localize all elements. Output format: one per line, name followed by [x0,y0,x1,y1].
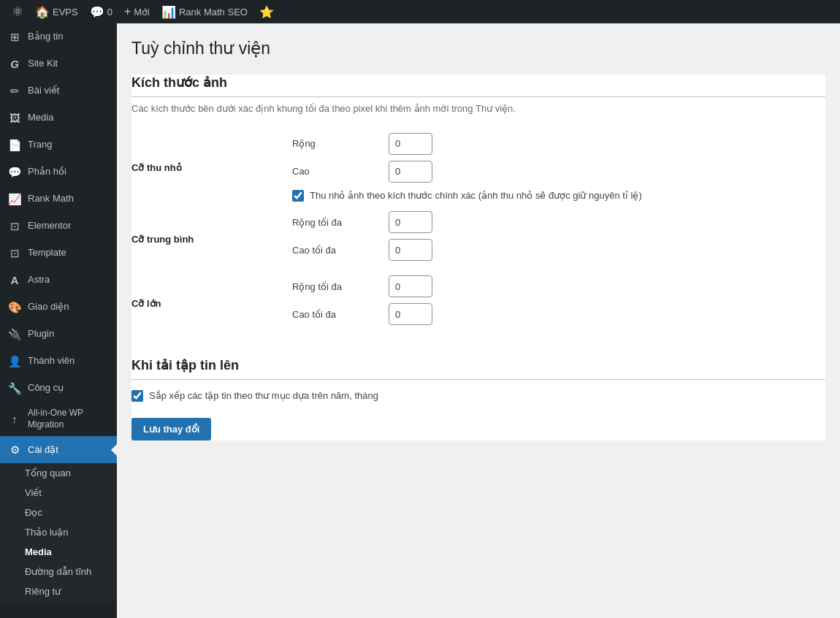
thumbnail-label: Cỡ thu nhỏ [131,129,292,207]
sidebar-item-users[interactable]: 👤 Thành viên [0,348,117,375]
medium-content: Rộng tối đa Cao tối đa [292,207,825,271]
submenu-media[interactable]: Media [0,542,117,562]
submenu-discussion[interactable]: Thảo luận [0,522,117,542]
admin-bar-new[interactable]: + Mới [118,0,156,23]
thumbnail-checkbox-row: Thu nhỏ ảnh theo kích thước chính xác (ả… [292,188,825,203]
large-width-label: Rộng tối đa [292,281,380,292]
large-height-label: Cao tối đa [292,309,380,320]
rankmath-icon: 📈 [7,191,22,207]
tools-icon: 🔧 [7,381,22,396]
submenu-reading[interactable]: Đọc [0,503,117,522]
large-row: Cỡ lớn Rộng tối đa Cao tối đa [131,271,825,335]
elementor-icon: ⊡ [7,218,22,234]
page-title: Tuỳ chỉnh thư viện [131,38,825,60]
save-area: Lưu thay đổi [131,418,825,440]
medium-height-input[interactable] [389,239,432,261]
appearance-icon: 🎨 [7,300,22,315]
medium-height-row: Cao tối đa [292,239,825,261]
medium-label: Cỡ trung bình [131,207,292,271]
settings-icon: ⚙ [7,442,22,457]
settings-submenu: Tổng quan Viết Đọc Thảo luận Media Đường… [0,463,117,601]
upload-section: Khi tải tập tin lên Sắp xếp các tập tin … [131,357,825,403]
medium-width-row: Rộng tối đa [292,211,825,233]
wp-logo-icon[interactable]: ⚛ [6,4,29,20]
large-width-input[interactable] [389,275,432,297]
large-width-row: Rộng tối đa [292,275,825,297]
image-size-section: Kích thước ảnh Các kích thước bên dưới x… [131,75,825,440]
sidebar-item-elementor[interactable]: ⊡ Elementor [0,213,117,240]
medium-row: Cỡ trung bình Rộng tối đa Cao tối đa [131,207,825,271]
comments-icon: 💬 [7,164,22,180]
sidebar-item-posts[interactable]: ✏ Bài viết [0,77,117,104]
medium-width-input[interactable] [389,211,432,233]
sidebar-item-template[interactable]: ⊡ Template [0,240,117,267]
upload-checkbox-row: Sắp xếp các tập tin theo thư mục dựa trê… [131,389,825,403]
large-height-input[interactable] [389,303,432,325]
submenu-permalinks[interactable]: Đường dẫn tĩnh [0,562,117,581]
submenu-writing[interactable]: Viết [0,483,117,503]
pages-icon: 📄 [7,137,22,153]
image-size-table: Cỡ thu nhỏ Rộng Cao Thu nhỏ ảnh theo kíc… [131,129,825,336]
sitekit-icon: G [7,56,22,72]
admin-bar-comments[interactable]: 💬 0 [84,0,118,23]
submenu-privacy[interactable]: Riêng tư [0,581,117,601]
users-icon: 👤 [7,354,22,369]
thumbnail-row: Cỡ thu nhỏ Rộng Cao Thu nhỏ ảnh theo kíc… [131,129,825,207]
admin-bar-home[interactable]: 🏠 EVPS [29,0,84,23]
star-icon: ⭐ [259,5,274,19]
sidebar-item-sitekit[interactable]: G Site Kit [0,50,117,77]
image-size-desc: Các kích thước bên dưới xác định khung t… [131,103,825,114]
upload-organize-label: Sắp xếp các tập tin theo thư mục dựa trê… [149,389,378,403]
sidebar-item-astra[interactable]: A Astra [0,267,117,294]
save-button[interactable]: Lưu thay đổi [131,418,211,440]
thumbnail-height-label: Cao [292,166,380,177]
main-content: Tuỳ chỉnh thư viện Kích thước ảnh Các kí… [117,23,840,618]
plugins-icon: 🔌 [7,327,22,342]
plus-icon: + [124,5,131,18]
sidebar-item-appearance[interactable]: 🎨 Giao diện [0,294,117,321]
upload-section-title: Khi tải tập tin lên [131,357,825,380]
template-icon: ⊡ [7,245,22,261]
thumbnail-crop-checkbox[interactable] [292,190,304,202]
thumbnail-crop-label: Thu nhỏ ảnh theo kích thước chính xác (ả… [310,188,642,203]
sidebar-item-rankmath[interactable]: 📈 Rank Math [0,186,117,213]
allinone-icon: ↑ [7,411,22,427]
sidebar-item-plugins[interactable]: 🔌 Plugin [0,321,117,348]
sidebar-item-media[interactable]: 🖼 Media [0,104,117,131]
dashboard-icon: ⊞ [7,29,22,45]
thumbnail-width-row: Rộng [292,133,825,155]
sidebar-item-settings[interactable]: ⚙ Cài đặt [0,436,117,463]
admin-bar-rankmath[interactable]: 📊 Rank Math SEO [156,0,253,23]
large-content: Rộng tối đa Cao tối đa [292,271,825,335]
submenu-general[interactable]: Tổng quan [0,463,117,483]
thumbnail-content: Rộng Cao Thu nhỏ ảnh theo kích thước chí… [292,129,825,207]
admin-bar-star[interactable]: ⭐ [253,0,280,23]
medium-height-label: Cao tối đa [292,245,380,256]
thumbnail-width-input[interactable] [389,133,432,155]
astra-icon: A [7,272,22,288]
sidebar-item-tools[interactable]: 🔧 Công cụ [0,375,117,402]
sidebar-item-comments[interactable]: 💬 Phản hồi [0,159,117,186]
medium-width-label: Rộng tối đa [292,217,380,228]
rankmath-bar-icon: 📊 [161,5,176,19]
upload-organize-checkbox[interactable] [131,390,143,402]
media-icon: 🖼 [7,110,22,126]
sidebar-item-dashboard[interactable]: ⊞ Bảng tin [0,23,117,50]
thumbnail-height-row: Cao [292,161,825,183]
large-label: Cỡ lớn [131,271,292,335]
sidebar-item-pages[interactable]: 📄 Trang [0,131,117,159]
comment-icon: 💬 [90,5,104,19]
admin-bar: ⚛ 🏠 EVPS 💬 0 + Mới 📊 Rank Math SEO ⭐ [0,0,840,23]
thumbnail-height-input[interactable] [389,161,432,183]
image-size-title: Kích thước ảnh [131,75,825,97]
home-icon: 🏠 [35,5,50,19]
thumbnail-width-label: Rộng [292,138,380,149]
sidebar: ⊞ Bảng tin G Site Kit ✏ Bài viết 🖼 Media… [0,23,117,618]
posts-icon: ✏ [7,83,22,99]
sidebar-item-allinone[interactable]: ↑ All-in-One WP Migration [0,402,117,436]
large-height-row: Cao tối đa [292,303,825,325]
